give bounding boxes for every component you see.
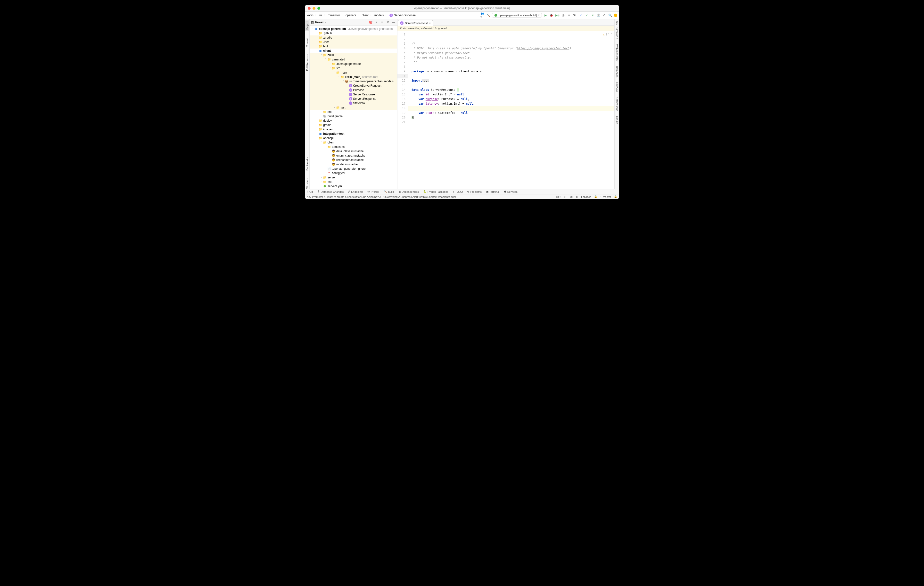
tw-terminal[interactable]: ▣ Terminal bbox=[486, 190, 500, 193]
rail-project[interactable]: Project bbox=[305, 20, 309, 31]
stop-icon[interactable]: ■ bbox=[567, 13, 571, 17]
package-icon: 📦 bbox=[345, 79, 348, 83]
rail-pull-requests[interactable]: Pull Requests bbox=[306, 55, 309, 71]
vcs-rollback-icon[interactable]: ↶ bbox=[602, 13, 606, 17]
rail-key-promoter[interactable]: Key Promoter X bbox=[615, 20, 619, 39]
panel-settings-icon[interactable]: ⚙ bbox=[386, 20, 390, 24]
git-branch[interactable]: ᚶ master bbox=[600, 195, 611, 198]
close-window[interactable] bbox=[308, 7, 310, 10]
rail-sciview[interactable]: SciView bbox=[615, 82, 619, 92]
vcs-update-icon[interactable]: ↙ bbox=[579, 13, 583, 17]
run-config-selector[interactable]: ⬤ openapi-generation [clean build] ▾ bbox=[492, 13, 542, 18]
profiler-icon[interactable]: ◔ bbox=[561, 13, 565, 17]
project-view-dropdown[interactable]: Project▾ bbox=[315, 21, 327, 24]
module-icon: ▣ bbox=[318, 49, 322, 53]
folder-icon: 📁 bbox=[323, 175, 327, 179]
folder-icon: 📁 bbox=[323, 141, 327, 144]
tw-problems[interactable]: ⊘ Problems bbox=[467, 190, 482, 193]
tw-dependencies[interactable]: ▦ Dependencies bbox=[398, 190, 419, 193]
build-icon[interactable]: 🔨 bbox=[486, 13, 490, 17]
inspection-indicator[interactable]: ⚠ 5 ˄ ˅ bbox=[603, 32, 612, 37]
expand-all-icon[interactable]: ≡ bbox=[375, 20, 378, 24]
kotlin-class-icon: C bbox=[400, 22, 404, 25]
kotlin-class-icon: C bbox=[349, 101, 352, 105]
crumb-romanow[interactable]: romanow bbox=[328, 13, 340, 17]
line-separator[interactable]: LF bbox=[564, 195, 567, 198]
tw-git[interactable]: ᚶ Git bbox=[307, 190, 313, 193]
editor-gutter[interactable]: 1234567891112131415161718192021 bbox=[398, 31, 408, 189]
search-everywhere-icon[interactable]: 🔍 bbox=[608, 13, 612, 17]
project-panel-header: ▤ Project▾ 🎯 ≡ ≣ ⚙ — bbox=[310, 19, 397, 26]
rail-bookmarks[interactable]: Bookmarks bbox=[306, 157, 309, 171]
crumb-openapi[interactable]: openapi bbox=[345, 13, 356, 17]
tw-build[interactable]: 🔨 Build bbox=[384, 190, 394, 193]
editor-code[interactable]: /* * NOTE: This class is auto generated … bbox=[408, 31, 614, 189]
run-coverage-icon[interactable]: ▶⎋ bbox=[555, 13, 559, 17]
tree-node-serverresponse: C ServerResponse bbox=[310, 92, 397, 97]
module-icon: ▣ bbox=[318, 132, 322, 136]
folder-icon: 📁 bbox=[327, 58, 331, 61]
vcs-commit-icon[interactable]: ✓ bbox=[585, 13, 589, 17]
kotlin-class-icon: C bbox=[349, 88, 352, 92]
rail-database[interactable]: Database bbox=[615, 66, 619, 78]
folder-icon: 📁 bbox=[318, 36, 322, 40]
kotlin-class-icon: C bbox=[389, 13, 393, 17]
tw-db-changes[interactable]: 🗄 Database Changes bbox=[317, 190, 343, 193]
crumb-client[interactable]: client bbox=[362, 13, 369, 17]
folder-icon: 📁 bbox=[318, 136, 322, 140]
swagger-file-icon: ⬢ bbox=[323, 184, 327, 188]
indent[interactable]: 4 spaces bbox=[581, 195, 591, 198]
vcs-push-icon[interactable]: ↗ bbox=[591, 13, 594, 17]
crumb-models[interactable]: models bbox=[375, 13, 384, 17]
kotlin-class-icon: C bbox=[349, 97, 352, 101]
rail-notifications[interactable]: Notifications bbox=[615, 97, 619, 111]
readonly-icon[interactable]: 🔓 bbox=[594, 195, 597, 198]
vcs-history-icon[interactable]: 🕓 bbox=[596, 13, 600, 17]
folder-icon: 📁 bbox=[327, 145, 331, 149]
maximize-window[interactable] bbox=[317, 7, 320, 10]
folder-icon: 📁 bbox=[318, 119, 322, 122]
prev-highlight-icon[interactable]: ˄ bbox=[608, 32, 609, 37]
code-with-me-icon[interactable]: 👥▾ bbox=[480, 13, 484, 17]
folder-icon: 📁 bbox=[318, 127, 322, 131]
tw-profiler[interactable]: ◔ Profiler bbox=[367, 190, 379, 193]
folder-icon: 📁 bbox=[336, 71, 340, 74]
folder-icon: 📁 bbox=[323, 110, 327, 114]
run-config-label: openapi-generation [clean build] bbox=[498, 14, 537, 17]
tw-services[interactable]: ⬢ Services bbox=[504, 190, 518, 193]
mustache-file-icon: 👨 bbox=[332, 154, 335, 157]
kotlin-class-icon: C bbox=[349, 84, 352, 88]
tab-options-icon[interactable]: ⋮ bbox=[609, 21, 613, 25]
crumb-serverresponse[interactable]: CServerResponse bbox=[389, 13, 416, 17]
gradle-file-icon: 🐘 bbox=[323, 114, 327, 118]
tw-todo[interactable]: ≡ TODO bbox=[452, 190, 463, 193]
collapse-all-icon[interactable]: ≣ bbox=[380, 20, 384, 24]
titlebar: openapi-generation – ServerResponse.kt [… bbox=[305, 5, 619, 12]
caret-position[interactable]: 18:2 bbox=[556, 195, 561, 198]
editor-tabbar: C ServerResponse.kt × ⋮ bbox=[398, 19, 614, 26]
settings-suggest-icon[interactable] bbox=[614, 13, 617, 17]
lock-icon[interactable]: 🔒 bbox=[614, 195, 617, 198]
tw-endpoints[interactable]: ⇄ Endpoints bbox=[348, 190, 363, 193]
hide-panel-icon[interactable]: — bbox=[392, 20, 396, 24]
tw-python[interactable]: 🐍 Python Packages bbox=[423, 190, 449, 193]
project-tree[interactable]: ˅▣openapi-generation ~/Develop/Java/open… bbox=[310, 26, 397, 189]
encoding[interactable]: UTF-8 bbox=[570, 195, 578, 198]
crumb-ru[interactable]: ru bbox=[319, 13, 322, 17]
next-highlight-icon[interactable]: ˅ bbox=[610, 32, 612, 37]
run-icon[interactable]: ▶ bbox=[544, 13, 548, 17]
minimize-window[interactable] bbox=[312, 7, 315, 10]
editor-tab-serverresponse[interactable]: C ServerResponse.kt × bbox=[398, 20, 433, 26]
locate-icon[interactable]: 🎯 bbox=[369, 20, 373, 24]
rail-commit[interactable]: Commit bbox=[306, 38, 309, 47]
rail-gradle[interactable]: Gradle bbox=[615, 116, 619, 124]
debug-icon[interactable]: 🐞 bbox=[549, 13, 553, 17]
warning-icon: ⚠ bbox=[603, 32, 605, 37]
folder-icon: 📁 bbox=[332, 66, 335, 70]
left-tool-rail: Project Commit Pull Requests Bookmarks S… bbox=[305, 19, 310, 189]
crumb-kotlin[interactable]: kotlin bbox=[307, 13, 314, 17]
close-tab-icon[interactable]: × bbox=[429, 22, 431, 25]
right-tool-rail: Key Promoter X Web Inspector Database Sc… bbox=[614, 19, 619, 189]
rail-structure[interactable]: Structure bbox=[306, 178, 309, 189]
rail-web-inspector[interactable]: Web Inspector bbox=[615, 44, 619, 61]
